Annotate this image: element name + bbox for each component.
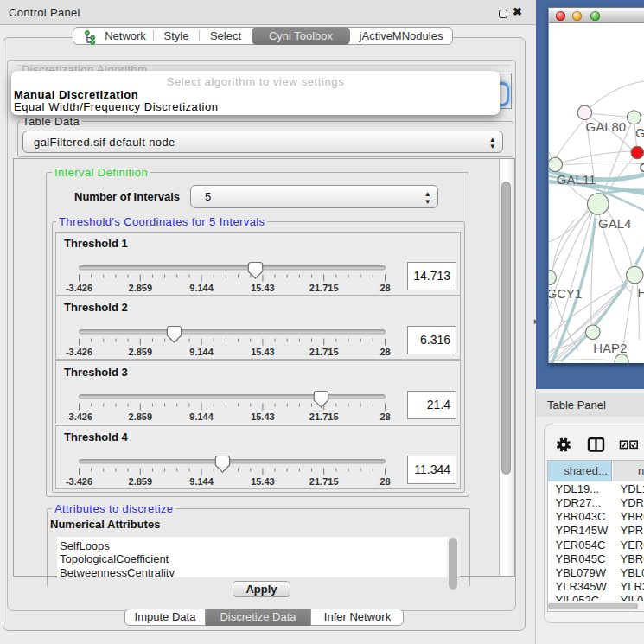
svg-text:HAP2: HAP2: [593, 341, 627, 355]
svg-text:2.859: 2.859: [129, 347, 153, 357]
svg-text:2.859: 2.859: [129, 475, 153, 486]
svg-text:-3.426: -3.426: [66, 347, 92, 357]
svg-text:21.715: 21.715: [309, 475, 339, 486]
svg-text:GAL11: GAL11: [557, 172, 596, 187]
svg-text:28: 28: [379, 475, 390, 486]
svg-text:GCY1: GCY1: [549, 286, 582, 301]
svg-text:15.43: 15.43: [251, 282, 275, 292]
svg-text:H: H: [638, 285, 644, 300]
svg-text:28: 28: [379, 282, 390, 292]
svg-text:9.144: 9.144: [189, 411, 214, 422]
svg-text:28: 28: [379, 411, 390, 422]
svg-text:15.43: 15.43: [251, 411, 275, 422]
svg-text:-3.426: -3.426: [66, 411, 92, 422]
svg-text:GAL80: GAL80: [586, 119, 627, 134]
svg-text:GAL4: GAL4: [598, 216, 631, 231]
svg-text:9.144: 9.144: [189, 282, 214, 292]
svg-text:21.715: 21.715: [309, 411, 339, 422]
svg-text:21.715: 21.715: [309, 282, 339, 292]
svg-text:15.43: 15.43: [251, 347, 275, 357]
svg-text:GA: GA: [635, 125, 644, 140]
svg-text:9.144: 9.144: [189, 347, 214, 357]
svg-text:-3.426: -3.426: [66, 282, 92, 292]
svg-text:2.859: 2.859: [129, 411, 153, 422]
svg-text:C: C: [640, 160, 644, 175]
svg-text:9.144: 9.144: [189, 475, 214, 486]
svg-text:28: 28: [379, 347, 390, 357]
svg-text:21.715: 21.715: [309, 347, 339, 357]
svg-text:-3.426: -3.426: [66, 475, 92, 486]
svg-text:15.43: 15.43: [251, 475, 275, 486]
svg-text:2.859: 2.859: [129, 282, 153, 292]
